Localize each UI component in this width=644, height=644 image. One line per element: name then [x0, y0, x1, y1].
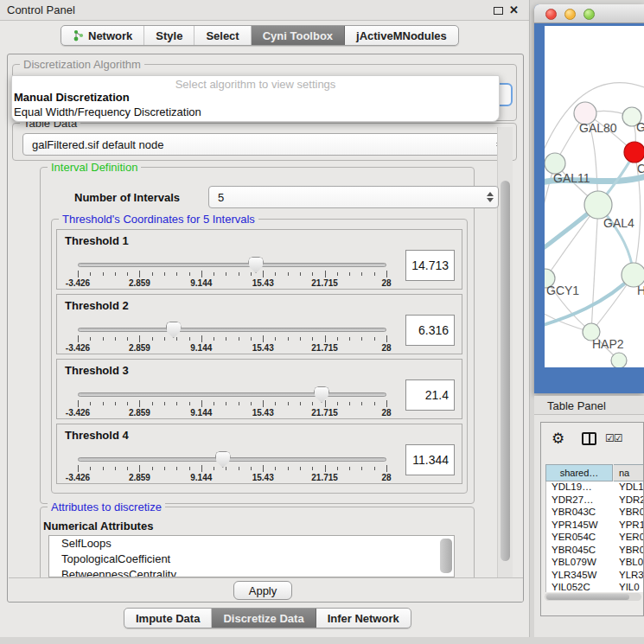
minimize-traffic-light-icon[interactable] — [564, 9, 576, 20]
pane-scrollbar-thumb[interactable] — [501, 181, 510, 561]
network-node[interactable] — [624, 142, 644, 163]
network-node[interactable] — [584, 191, 612, 219]
network-node-label: GCY1 — [546, 284, 579, 297]
network-canvas[interactable]: GAL80GACGAL11GAL4GCY1HHAP2 — [545, 26, 644, 367]
network-node-label: GA — [636, 120, 644, 134]
cell-shared-name: YDL19… — [552, 481, 592, 492]
network-node-label: GAL80 — [579, 121, 617, 135]
cell-name: YBR0 — [619, 545, 644, 555]
slider-track[interactable] — [78, 457, 386, 462]
tab-discretize-data[interactable]: Discretize Data — [212, 609, 316, 628]
menu-item-manual-discretization[interactable]: Manual Discretization — [14, 91, 130, 104]
tab-network-label: Network — [88, 29, 132, 42]
slider-tick-labels: -3.4262.8599.14415.4321.71528 — [78, 343, 386, 354]
tab-select[interactable]: Select — [194, 26, 251, 45]
table-row[interactable]: YBL079WYBL0 — [546, 557, 644, 570]
cyni-toolbox-pane: Discretization Algorithm Table Data galF… — [7, 54, 524, 603]
apply-button[interactable]: Apply — [233, 581, 292, 600]
attribute-list-item[interactable]: SelfLoops — [49, 536, 454, 552]
table-panel-window: Table Panel ⚙ ☑☑ shared… na YDL19…YDL1YD… — [534, 396, 644, 637]
threshold-value-field[interactable]: 6.316 — [405, 315, 455, 346]
close-icon[interactable]: ✕ — [509, 3, 519, 16]
slider-tick-labels: -3.4262.8599.14415.4321.71528 — [78, 473, 386, 483]
slider-tick-marks — [78, 400, 386, 408]
table-data-selected: galFiltered.sif default node — [32, 138, 163, 151]
number-of-intervals-combobox[interactable]: 5 — [208, 186, 499, 208]
column-header-name[interactable]: na — [614, 464, 644, 481]
algorithm-dropdown-popup: Select algorithm to view settings Manual… — [11, 75, 500, 122]
control-panel-window: Control Panel ✕ Network Style Select — [0, 0, 530, 637]
table-row[interactable]: YDR27…YDR2 — [546, 494, 644, 507]
discretization-algorithm-group-label: Discretization Algorithm — [20, 58, 144, 71]
screenshot-stage: Control Panel ✕ Network Style Select — [0, 0, 644, 644]
attribute-list-item[interactable]: TopologicalCoefficient — [49, 552, 454, 567]
tab-infer-network[interactable]: Infer Network — [316, 609, 411, 628]
slider-track[interactable] — [78, 328, 386, 332]
table-data-group: Table Data galFiltered.sif default node — [12, 123, 517, 161]
table-row[interactable]: YBR043CYBR0 — [546, 507, 644, 520]
list-scrollbar-thumb[interactable] — [440, 539, 452, 573]
table-row[interactable]: YER054CYER0 — [546, 532, 644, 545]
column-checkboxes-icon[interactable]: ☑☑ — [605, 432, 622, 444]
table-panel-title: Table Panel — [547, 399, 606, 412]
tab-select-label: Select — [206, 29, 239, 42]
tab-jactivemnodules[interactable]: jActiveMNodules — [345, 26, 458, 45]
menu-item-equal-width-frequency[interactable]: Equal Width/Frequency Discretization — [14, 105, 201, 118]
slider-tick-labels: -3.4262.8599.14415.4321.71528 — [78, 408, 386, 418]
zoom-traffic-light-icon[interactable] — [583, 9, 595, 20]
tab-style[interactable]: Style — [144, 26, 194, 45]
control-panel-title: Control Panel — [7, 3, 75, 16]
threshold-value-field[interactable]: 11.344 — [405, 444, 455, 475]
table-panel-content: ⚙ ☑☑ shared… na YDL19…YDL1YDR27…YDR2YBR0… — [540, 422, 644, 616]
close-traffic-light-icon[interactable] — [545, 9, 557, 20]
attributes-group-label: Attributes to discretize — [48, 501, 165, 513]
tab-cyni-toolbox[interactable]: Cyni Toolbox — [252, 26, 345, 45]
slider-track[interactable] — [78, 392, 386, 397]
slider-track[interactable] — [78, 263, 386, 267]
table-row[interactable]: YPR145WYPR1 — [546, 520, 644, 532]
cell-name: YER0 — [619, 532, 644, 542]
combo-stepper-icon[interactable] — [487, 192, 494, 202]
cell-shared-name: YIL052C — [552, 582, 590, 592]
tab-impute-data[interactable]: Impute Data — [124, 609, 212, 628]
network-node-label: H — [637, 284, 644, 297]
gear-icon[interactable]: ⚙ — [552, 430, 564, 448]
cell-name: YPR1 — [619, 520, 644, 530]
tab-style-label: Style — [156, 29, 182, 42]
table-row[interactable]: YLR345WYLR3 — [546, 570, 644, 583]
attribute-list-item[interactable]: BetweennessCentrality — [49, 567, 454, 577]
network-node[interactable] — [611, 353, 627, 367]
threshold-row: Threshold 3-3.4262.8599.14415.4321.71528… — [56, 359, 462, 419]
table-hscrollbar-thumb[interactable] — [546, 594, 629, 600]
thresholds-group-label: Threshold's Coordinates for 5 Intervals — [59, 213, 258, 226]
threshold-value-field[interactable]: 14.713 — [405, 250, 455, 281]
table-panel-toolbar: ⚙ ☑☑ — [541, 423, 643, 457]
threshold-label: Threshold 2 — [65, 299, 129, 312]
cell-shared-name: YPR145W — [552, 520, 598, 530]
table-panel-titlebar[interactable]: Table Panel — [534, 396, 644, 415]
network-window-titlebar[interactable] — [534, 4, 644, 23]
threshold-value-field[interactable]: 21.4 — [405, 379, 455, 411]
table-row[interactable]: YIL052CYIL0 — [546, 582, 644, 592]
numerical-attributes-list[interactable]: SelfLoopsTopologicalCoefficientBetweenne… — [48, 535, 455, 577]
tab-network[interactable]: Network — [61, 26, 144, 45]
cell-shared-name: YLR345W — [552, 570, 596, 580]
network-view-window: GAL80GACGAL11GAL4GCY1HHAP2 — [534, 4, 644, 393]
network-node-label: GAL4 — [603, 216, 634, 230]
threshold-row: Threshold 1-3.4262.8599.14415.4321.71528… — [56, 229, 462, 290]
network-node-label: HAP2 — [592, 337, 624, 351]
column-header-shared[interactable]: shared… — [545, 464, 613, 481]
cell-name: YIL0 — [619, 582, 640, 592]
table-row[interactable]: YBR045CYBR0 — [546, 545, 644, 558]
slider-tick-marks — [78, 335, 386, 343]
interval-definition-group-label: Interval Definition — [48, 161, 141, 174]
table-row[interactable]: YDL19…YDL1 — [546, 481, 644, 494]
table-data-combobox[interactable]: galFiltered.sif default node — [22, 133, 508, 156]
control-panel-tabs: Network Style Select Cyni Toolbox jActiv… — [61, 25, 459, 46]
slider-tick-marks — [78, 465, 386, 473]
split-view-icon[interactable] — [582, 432, 596, 445]
float-window-icon[interactable] — [494, 7, 503, 15]
table-hscrollbar-track[interactable] — [545, 593, 641, 601]
tab-jactivemnodules-label: jActiveMNodules — [356, 29, 447, 42]
control-panel-titlebar[interactable]: Control Panel ✕ — [0, 0, 529, 21]
